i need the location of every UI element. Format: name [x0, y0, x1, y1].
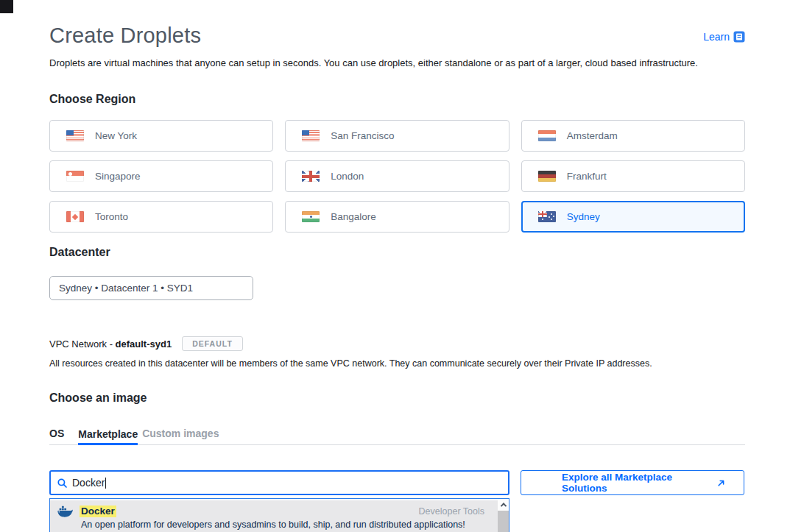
image-tabs: OS Marketplace Custom images [49, 428, 745, 445]
datacenter-heading: Datacenter [49, 246, 745, 259]
learn-doc-icon [733, 31, 745, 43]
tab-os[interactable]: OS [49, 428, 64, 444]
region-card-sydney-selected[interactable]: Sydney [521, 201, 745, 233]
datacenter-selected-value: Sydney • Datacenter 1 • SYD1 [59, 283, 193, 294]
search-results-dropdown: Docker Developer Tools An open platform … [49, 498, 509, 532]
search-input-value: Docker [72, 477, 105, 489]
search-icon [57, 478, 67, 488]
datacenter-select[interactable]: Sydney • Datacenter 1 • SYD1 [49, 276, 253, 300]
us-flag-icon [66, 130, 84, 141]
vpc-network-label: VPC Network - default-syd1 [49, 338, 172, 350]
top-left-corner-square [0, 0, 13, 13]
chevron-up-icon [500, 503, 506, 508]
explore-marketplace-button[interactable]: Explore all Marketplace Solutions [521, 470, 744, 495]
region-card-amsterdam[interactable]: Amsterdam [521, 120, 745, 152]
region-label: Amsterdam [567, 130, 618, 141]
region-label: Toronto [95, 211, 128, 222]
learn-link[interactable]: Learn [703, 31, 745, 43]
result-name-highlighted: Docker [80, 506, 116, 517]
text-caret [105, 478, 106, 489]
create-droplets-page: Create Droplets Learn Droplets are virtu… [0, 0, 790, 532]
page-header: Create Droplets Learn [49, 23, 745, 48]
nl-flag-icon [538, 130, 556, 141]
explore-button-label: Explore all Marketplace Solutions [562, 472, 717, 494]
region-card-singapore[interactable]: Singapore [49, 160, 273, 192]
region-card-london[interactable]: London [285, 160, 509, 192]
region-card-new-york[interactable]: New York [49, 120, 273, 152]
learn-link-label: Learn [703, 31, 730, 43]
tab-marketplace[interactable]: Marketplace [78, 428, 138, 445]
region-label: London [331, 171, 364, 182]
vpc-description: All resources created in this datacenter… [49, 358, 745, 369]
region-card-frankfurt[interactable]: Frankfurt [521, 160, 745, 192]
page-title: Create Droplets [49, 23, 201, 48]
choose-region-heading: Choose Region [49, 93, 745, 106]
page-subtitle: Droplets are virtual machines that anyon… [49, 57, 745, 68]
marketplace-search-input[interactable]: Docker [49, 470, 509, 495]
dropdown-scrollbar[interactable] [498, 499, 509, 532]
region-label: Sydney [567, 211, 600, 222]
vpc-network-name: default-syd1 [116, 338, 172, 350]
search-results-list: Docker Developer Tools An open platform … [50, 499, 498, 532]
result-category: Developer Tools [419, 506, 484, 517]
search-result-docker[interactable]: Docker Developer Tools An open platform … [50, 500, 498, 532]
region-card-san-francisco[interactable]: San Francisco [285, 120, 509, 152]
marketplace-search-row: Docker Docker Developer Tools [49, 470, 745, 495]
vpc-network-row: VPC Network - default-syd1 DEFAULT [49, 336, 745, 351]
au-flag-icon [538, 211, 556, 222]
scrollbar-thumb[interactable] [498, 511, 509, 532]
region-label: New York [95, 130, 137, 141]
region-label: Bangalore [331, 211, 376, 222]
ca-flag-icon [66, 211, 84, 222]
external-link-arrow-icon [717, 479, 725, 487]
region-card-toronto[interactable]: Toronto [49, 201, 273, 233]
gb-flag-icon [302, 171, 320, 182]
docker-whale-icon [57, 505, 73, 517]
region-card-bangalore[interactable]: Bangalore [285, 201, 509, 233]
region-label: San Francisco [331, 130, 394, 141]
result-description: An open platform for developers and sysa… [81, 519, 490, 530]
tab-custom-images[interactable]: Custom images [142, 428, 219, 444]
in-flag-icon [302, 211, 320, 222]
region-grid: New York San Francisco Amsterdam Singapo… [49, 120, 745, 233]
vpc-default-badge: DEFAULT [182, 336, 243, 351]
scrollbar-up-button[interactable] [498, 499, 509, 511]
region-label: Singapore [95, 171, 141, 182]
de-flag-icon [538, 171, 556, 182]
region-label: Frankfurt [567, 171, 607, 182]
sg-flag-icon [66, 171, 84, 182]
us-flag-icon [302, 130, 320, 141]
choose-image-heading: Choose an image [49, 391, 745, 405]
